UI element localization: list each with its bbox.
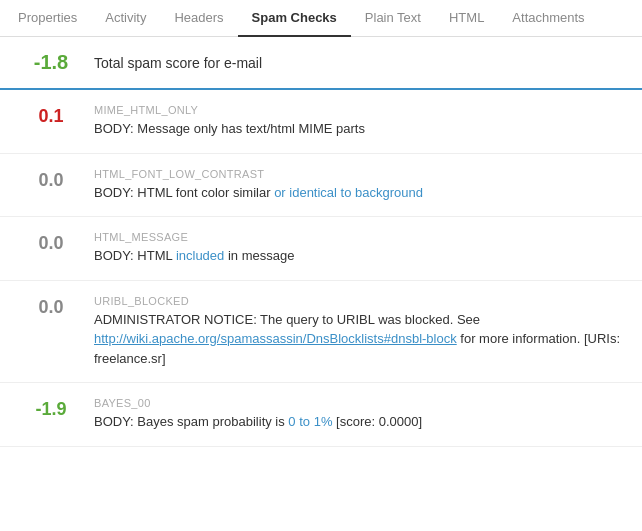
detail-mime-html-only: MIME_HTML_ONLY BODY: Message only has te…: [86, 104, 626, 139]
tab-plain-text[interactable]: Plain Text: [351, 0, 435, 37]
detail-html-font-low-contrast: HTML_FONT_LOW_CONTRAST BODY: HTML font c…: [86, 168, 626, 203]
score-mime-html-only: 0.1: [16, 104, 86, 127]
check-name-html-message: HTML_MESSAGE: [94, 231, 626, 243]
tab-attachments[interactable]: Attachments: [498, 0, 598, 37]
check-body-bayes-00: BODY: Bayes spam probability is 0 to 1% …: [94, 412, 626, 432]
check-name-uribl-blocked: URIBL_BLOCKED: [94, 295, 626, 307]
body-text-4a: BODY: Bayes spam probability is: [94, 414, 288, 429]
check-name-bayes-00: BAYES_00: [94, 397, 626, 409]
check-body-uribl-blocked: ADMINISTRATOR NOTICE: The query to URIBL…: [94, 310, 626, 369]
check-row-html-message: 0.0 HTML_MESSAGE BODY: HTML included in …: [0, 217, 642, 281]
body-highlight-4: 0 to 1%: [288, 414, 332, 429]
body-highlight-1: or identical to background: [274, 185, 423, 200]
score-html-font-low-contrast: 0.0: [16, 168, 86, 191]
tab-spam-checks[interactable]: Spam Checks: [238, 0, 351, 37]
check-body-html-font-low-contrast: BODY: HTML font color similar or identic…: [94, 183, 626, 203]
body-highlight-2: included: [176, 248, 224, 263]
body-text-3a: ADMINISTRATOR NOTICE: The query to URIBL…: [94, 312, 480, 327]
score-html-message: 0.0: [16, 231, 86, 254]
tab-properties[interactable]: Properties: [4, 0, 91, 37]
body-text-2b: in message: [224, 248, 294, 263]
detail-uribl-blocked: URIBL_BLOCKED ADMINISTRATOR NOTICE: The …: [86, 295, 626, 369]
check-row-mime-html-only: 0.1 MIME_HTML_ONLY BODY: Message only ha…: [0, 90, 642, 154]
tab-headers[interactable]: Headers: [160, 0, 237, 37]
spam-checks-content: -1.8 Total spam score for e-mail 0.1 MIM…: [0, 37, 642, 447]
uribl-link[interactable]: http://wiki.apache.org/spamassassin/DnsB…: [94, 331, 457, 346]
body-text-2a: BODY: HTML: [94, 248, 176, 263]
detail-bayes-00: BAYES_00 BODY: Bayes spam probability is…: [86, 397, 626, 432]
tab-activity[interactable]: Activity: [91, 0, 160, 37]
tab-html[interactable]: HTML: [435, 0, 498, 37]
total-score-row: -1.8 Total spam score for e-mail: [0, 37, 642, 90]
detail-html-message: HTML_MESSAGE BODY: HTML included in mess…: [86, 231, 626, 266]
check-body-html-message: BODY: HTML included in message: [94, 246, 626, 266]
body-text-1: BODY: HTML font color similar: [94, 185, 274, 200]
tab-bar: Properties Activity Headers Spam Checks …: [0, 0, 642, 37]
check-row-html-font-low-contrast: 0.0 HTML_FONT_LOW_CONTRAST BODY: HTML fo…: [0, 154, 642, 218]
body-text-4b: [score: 0.0000]: [332, 414, 422, 429]
check-body-mime-html-only: BODY: Message only has text/html MIME pa…: [94, 119, 626, 139]
check-name-mime-html-only: MIME_HTML_ONLY: [94, 104, 626, 116]
score-bayes-00: -1.9: [16, 397, 86, 420]
check-name-html-font-low-contrast: HTML_FONT_LOW_CONTRAST: [94, 168, 626, 180]
check-row-bayes-00: -1.9 BAYES_00 BODY: Bayes spam probabili…: [0, 383, 642, 447]
check-row-uribl-blocked: 0.0 URIBL_BLOCKED ADMINISTRATOR NOTICE: …: [0, 281, 642, 384]
score-uribl-blocked: 0.0: [16, 295, 86, 318]
total-score-value: -1.8: [16, 51, 86, 74]
total-score-description: Total spam score for e-mail: [86, 55, 262, 71]
